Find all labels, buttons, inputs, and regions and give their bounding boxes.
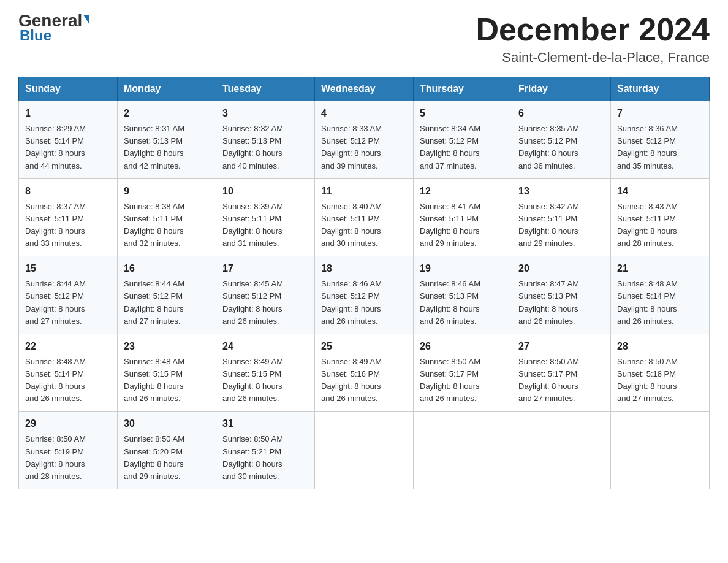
month-title: December 2024 <box>476 12 710 47</box>
day-info: Sunrise: 8:45 AMSunset: 5:12 PMDaylight:… <box>222 279 283 325</box>
table-row: 28 Sunrise: 8:50 AMSunset: 5:18 PMDaylig… <box>611 334 710 412</box>
calendar-week-row: 1 Sunrise: 8:29 AMSunset: 5:14 PMDayligh… <box>19 101 710 179</box>
day-info: Sunrise: 8:46 AMSunset: 5:13 PMDaylight:… <box>420 279 480 325</box>
table-row: 30 Sunrise: 8:50 AMSunset: 5:20 PMDaylig… <box>118 412 216 489</box>
day-number: 17 <box>222 261 308 276</box>
day-info: Sunrise: 8:34 AMSunset: 5:12 PMDaylight:… <box>420 124 480 170</box>
day-info: Sunrise: 8:42 AMSunset: 5:11 PMDaylight:… <box>518 202 579 248</box>
logo: General Blue <box>18 12 89 44</box>
table-row: 23 Sunrise: 8:48 AMSunset: 5:15 PMDaylig… <box>118 334 216 412</box>
day-info: Sunrise: 8:31 AMSunset: 5:13 PMDaylight:… <box>124 124 184 170</box>
table-row <box>414 412 512 489</box>
table-row: 31 Sunrise: 8:50 AMSunset: 5:21 PMDaylig… <box>216 412 315 489</box>
page-header: General Blue December 2024 Saint-Clement… <box>18 12 710 66</box>
header-saturday: Saturday <box>611 77 710 101</box>
table-row <box>611 412 710 489</box>
logo-triangle-icon <box>83 15 89 25</box>
day-info: Sunrise: 8:41 AMSunset: 5:11 PMDaylight:… <box>420 202 480 248</box>
calendar-week-row: 22 Sunrise: 8:48 AMSunset: 5:14 PMDaylig… <box>19 334 710 412</box>
table-row: 19 Sunrise: 8:46 AMSunset: 5:13 PMDaylig… <box>414 256 512 334</box>
day-info: Sunrise: 8:39 AMSunset: 5:11 PMDaylight:… <box>222 202 283 248</box>
table-row <box>315 412 414 489</box>
table-row: 11 Sunrise: 8:40 AMSunset: 5:11 PMDaylig… <box>315 178 414 256</box>
day-info: Sunrise: 8:47 AMSunset: 5:13 PMDaylight:… <box>518 279 579 325</box>
table-row: 24 Sunrise: 8:49 AMSunset: 5:15 PMDaylig… <box>216 334 315 412</box>
table-row: 16 Sunrise: 8:44 AMSunset: 5:12 PMDaylig… <box>118 256 216 334</box>
day-number: 9 <box>124 184 210 199</box>
table-row: 27 Sunrise: 8:50 AMSunset: 5:17 PMDaylig… <box>512 334 611 412</box>
header-sunday: Sunday <box>19 77 118 101</box>
table-row: 7 Sunrise: 8:36 AMSunset: 5:12 PMDayligh… <box>611 101 710 179</box>
day-info: Sunrise: 8:49 AMSunset: 5:15 PMDaylight:… <box>222 357 283 403</box>
table-row: 1 Sunrise: 8:29 AMSunset: 5:14 PMDayligh… <box>19 101 118 179</box>
day-info: Sunrise: 8:50 AMSunset: 5:19 PMDaylight:… <box>25 434 86 480</box>
table-row: 10 Sunrise: 8:39 AMSunset: 5:11 PMDaylig… <box>216 178 315 256</box>
table-row: 6 Sunrise: 8:35 AMSunset: 5:12 PMDayligh… <box>512 101 611 179</box>
day-number: 3 <box>222 106 308 121</box>
table-row: 13 Sunrise: 8:42 AMSunset: 5:11 PMDaylig… <box>512 178 611 256</box>
day-number: 12 <box>420 184 506 199</box>
table-row: 18 Sunrise: 8:46 AMSunset: 5:12 PMDaylig… <box>315 256 414 334</box>
day-info: Sunrise: 8:48 AMSunset: 5:14 PMDaylight:… <box>617 279 678 325</box>
table-row: 22 Sunrise: 8:48 AMSunset: 5:14 PMDaylig… <box>19 334 118 412</box>
table-row: 2 Sunrise: 8:31 AMSunset: 5:13 PMDayligh… <box>118 101 216 179</box>
day-info: Sunrise: 8:44 AMSunset: 5:12 PMDaylight:… <box>25 279 86 325</box>
header-tuesday: Tuesday <box>216 77 315 101</box>
day-number: 6 <box>518 106 604 121</box>
table-row: 21 Sunrise: 8:48 AMSunset: 5:14 PMDaylig… <box>611 256 710 334</box>
calendar-header-row: Sunday Monday Tuesday Wednesday Thursday… <box>19 77 710 101</box>
day-number: 21 <box>617 261 703 276</box>
day-number: 23 <box>124 339 210 354</box>
day-number: 30 <box>124 416 210 431</box>
day-info: Sunrise: 8:50 AMSunset: 5:17 PMDaylight:… <box>420 357 480 403</box>
day-info: Sunrise: 8:48 AMSunset: 5:15 PMDaylight:… <box>124 357 184 403</box>
table-row: 14 Sunrise: 8:43 AMSunset: 5:11 PMDaylig… <box>611 178 710 256</box>
table-row: 26 Sunrise: 8:50 AMSunset: 5:17 PMDaylig… <box>414 334 512 412</box>
table-row: 15 Sunrise: 8:44 AMSunset: 5:12 PMDaylig… <box>19 256 118 334</box>
day-info: Sunrise: 8:43 AMSunset: 5:11 PMDaylight:… <box>617 202 678 248</box>
day-number: 19 <box>420 261 506 276</box>
calendar-week-row: 29 Sunrise: 8:50 AMSunset: 5:19 PMDaylig… <box>19 412 710 489</box>
day-info: Sunrise: 8:44 AMSunset: 5:12 PMDaylight:… <box>124 279 184 325</box>
table-row <box>512 412 611 489</box>
day-number: 2 <box>124 106 210 121</box>
table-row: 5 Sunrise: 8:34 AMSunset: 5:12 PMDayligh… <box>414 101 512 179</box>
calendar-week-row: 8 Sunrise: 8:37 AMSunset: 5:11 PMDayligh… <box>19 178 710 256</box>
day-number: 13 <box>518 184 604 199</box>
day-number: 18 <box>321 261 407 276</box>
day-number: 11 <box>321 184 407 199</box>
header-wednesday: Wednesday <box>315 77 414 101</box>
day-number: 26 <box>420 339 506 354</box>
day-info: Sunrise: 8:29 AMSunset: 5:14 PMDaylight:… <box>25 124 86 170</box>
table-row: 3 Sunrise: 8:32 AMSunset: 5:13 PMDayligh… <box>216 101 315 179</box>
header-monday: Monday <box>118 77 216 101</box>
day-number: 10 <box>222 184 308 199</box>
table-row: 12 Sunrise: 8:41 AMSunset: 5:11 PMDaylig… <box>414 178 512 256</box>
day-number: 15 <box>25 261 111 276</box>
day-number: 22 <box>25 339 111 354</box>
day-number: 5 <box>420 106 506 121</box>
header-thursday: Thursday <box>414 77 512 101</box>
day-number: 7 <box>617 106 703 121</box>
logo-blue: Blue <box>18 27 51 44</box>
day-number: 16 <box>124 261 210 276</box>
day-number: 27 <box>518 339 604 354</box>
table-row: 9 Sunrise: 8:38 AMSunset: 5:11 PMDayligh… <box>118 178 216 256</box>
table-row: 4 Sunrise: 8:33 AMSunset: 5:12 PMDayligh… <box>315 101 414 179</box>
table-row: 25 Sunrise: 8:49 AMSunset: 5:16 PMDaylig… <box>315 334 414 412</box>
day-number: 8 <box>25 184 111 199</box>
day-number: 24 <box>222 339 308 354</box>
day-info: Sunrise: 8:38 AMSunset: 5:11 PMDaylight:… <box>124 202 184 248</box>
calendar-table: Sunday Monday Tuesday Wednesday Thursday… <box>18 77 710 489</box>
title-block: December 2024 Saint-Clement-de-la-Place,… <box>476 12 710 66</box>
day-number: 4 <box>321 106 407 121</box>
day-number: 29 <box>25 416 111 431</box>
day-info: Sunrise: 8:40 AMSunset: 5:11 PMDaylight:… <box>321 202 382 248</box>
day-number: 25 <box>321 339 407 354</box>
day-info: Sunrise: 8:50 AMSunset: 5:17 PMDaylight:… <box>518 357 579 403</box>
day-number: 20 <box>518 261 604 276</box>
day-number: 28 <box>617 339 703 354</box>
day-info: Sunrise: 8:32 AMSunset: 5:13 PMDaylight:… <box>222 124 283 170</box>
day-info: Sunrise: 8:36 AMSunset: 5:12 PMDaylight:… <box>617 124 678 170</box>
header-friday: Friday <box>512 77 611 101</box>
